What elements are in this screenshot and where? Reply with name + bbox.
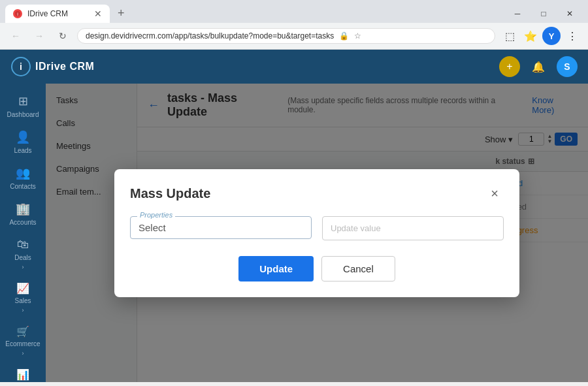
properties-label: Properties (137, 211, 175, 219)
sidebar-item-contacts[interactable]: 👥 Contacts (0, 161, 46, 195)
sidebar-item-label: Ecommerce (5, 340, 40, 347)
new-tab-button[interactable]: + (112, 4, 130, 23)
reload-button[interactable]: ↻ (54, 27, 72, 45)
sidebar-item-leads[interactable]: 👤 Leads (0, 125, 46, 159)
sidebar-item-dashboard[interactable]: ⊞ Dashboard (0, 89, 46, 123)
sidebar-item-label: Accounts (9, 219, 36, 226)
address-bar[interactable]: design.devidrivecrm.com/app/tasks/bulkup… (77, 28, 495, 44)
browser-chrome: i IDrive CRM ✕ + ─ □ ✕ ← → ↻ design.devi… (0, 0, 588, 50)
update-button[interactable]: Update (238, 256, 314, 281)
bookmark-button[interactable]: ⭐ (521, 27, 540, 45)
browser-favicon: i (13, 9, 22, 18)
dashboard-icon: ⊞ (18, 94, 28, 108)
sales-icon: 📈 (16, 282, 29, 295)
address-icons: 🔒 ☆ (339, 31, 361, 40)
leads-icon: 👤 (16, 130, 30, 144)
sidebar-item-accounts[interactable]: 🏢 Accounts (0, 197, 46, 231)
field-group: Properties Select (137, 216, 504, 240)
update-value-input[interactable] (322, 216, 504, 240)
address-text: design.devidrivecrm.com/app/tasks/bulkup… (86, 31, 334, 40)
cancel-button[interactable]: Cancel (321, 256, 395, 281)
mass-update-modal: Mass Update × Properties Select (137, 169, 519, 297)
sidebar-item-label: Sales (14, 297, 31, 304)
header-user-button[interactable]: S (557, 56, 578, 77)
select-value: Select (139, 222, 166, 233)
app-logo-text: IDrive CRM (35, 61, 94, 72)
star-icon: ☆ (354, 31, 361, 40)
forward-button[interactable]: → (30, 27, 48, 45)
close-button[interactable]: ✕ (557, 6, 583, 22)
header-notification-button[interactable]: 🔔 (528, 56, 549, 77)
app-header: i IDrive CRM + 🔔 S (0, 50, 588, 84)
app: i IDrive CRM + 🔔 S ⊞ Dashboard 👤 Leads 👥… (0, 50, 588, 382)
properties-field[interactable]: Properties Select (137, 216, 312, 239)
logo-icon: i (10, 56, 31, 77)
sidebar-item-label: Contacts (10, 183, 35, 190)
page-area: ← tasks - Mass Update (Mass update speci… (137, 84, 588, 382)
browser-tab-label: IDrive CRM (27, 9, 89, 18)
browser-menu-icons: ⬚ ⭐ Y ⋮ (500, 27, 581, 45)
ecommerce-icon: 🛒 (16, 325, 29, 338)
minimize-button[interactable]: ─ (504, 6, 531, 22)
maximize-button[interactable]: □ (531, 6, 557, 22)
modal-close-button[interactable]: × (485, 185, 504, 203)
lock-icon: 🔒 (339, 31, 349, 40)
extensions-button[interactable]: ⬚ (500, 27, 519, 45)
modal-title: Mass Update (137, 186, 210, 201)
window-controls: ─ □ ✕ (504, 6, 583, 22)
browser-user-button[interactable]: Y (542, 27, 561, 45)
sidebar-item-deals[interactable]: 🛍 Deals › (0, 233, 46, 276)
modal-overlay: Mass Update × Properties Select (137, 84, 588, 382)
sidebar-item-sales[interactable]: 📈 Sales › (0, 277, 46, 319)
sidebar: ⊞ Dashboard 👤 Leads 👥 Contacts 🏢 Account… (0, 84, 46, 382)
tab-close-icon[interactable]: ✕ (94, 8, 102, 19)
contacts-icon: 👥 (16, 166, 30, 180)
app-body: ⊞ Dashboard 👤 Leads 👥 Contacts 🏢 Account… (0, 84, 588, 382)
sidebar-item-ecommerce[interactable]: 🛒 Ecommerce › (0, 320, 46, 362)
svg-text:i: i (20, 61, 22, 72)
browser-titlebar: i IDrive CRM ✕ + ─ □ ✕ (0, 0, 588, 23)
deals-icon: 🛍 (17, 238, 29, 251)
analytics-icon: 📊 (16, 368, 29, 381)
browser-tab[interactable]: i IDrive CRM ✕ (5, 5, 110, 23)
browser-controls: ← → ↻ design.devidrivecrm.com/app/tasks/… (0, 23, 588, 49)
back-button[interactable]: ← (7, 27, 25, 45)
accounts-icon: 🏢 (16, 202, 30, 216)
sidebar-item-label: Deals (14, 254, 31, 261)
sidebar-item-label: Leads (14, 147, 31, 154)
main-content: Tasks Calls Meetings Campaigns Email tem… (46, 84, 588, 382)
modal-header: Mass Update × (137, 185, 504, 203)
sidebar-item-analytics[interactable]: 📊 Analytics › (0, 363, 46, 382)
modal-body: Properties Select (137, 216, 504, 240)
header-add-button[interactable]: + (499, 56, 520, 77)
sidebar-item-label: Dashboard (7, 111, 39, 118)
app-logo: i IDrive CRM (10, 56, 94, 77)
modal-footer: Update Cancel (137, 256, 504, 281)
browser-menu-button[interactable]: ⋮ (563, 27, 581, 45)
